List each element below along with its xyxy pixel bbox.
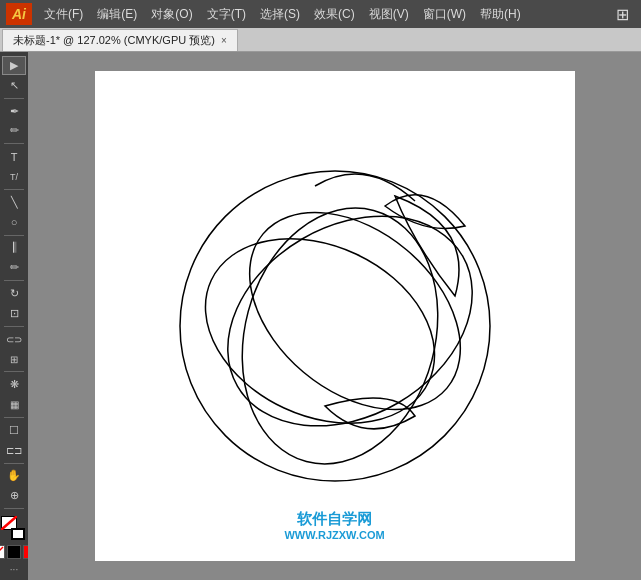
title-bar: Ai 文件(F) 编辑(E) 对象(O) 文字(T) 选择(S) 效果(C) 视… [0, 0, 641, 28]
select-tool[interactable]: ▶ [2, 56, 26, 75]
artwork [165, 136, 505, 496]
menu-type[interactable]: 文字(T) [201, 4, 252, 25]
app-logo: Ai [6, 3, 32, 25]
menu-bar: 文件(F) 编辑(E) 对象(O) 文字(T) 选择(S) 效果(C) 视图(V… [38, 3, 635, 26]
svg-point-5 [214, 186, 465, 486]
menu-view[interactable]: 视图(V) [363, 4, 415, 25]
tool-separator-10 [4, 508, 24, 509]
tool-separator-3 [4, 189, 24, 190]
document-tab[interactable]: 未标题-1* @ 127.02% (CMYK/GPU 预览) × [2, 29, 238, 51]
menu-edit[interactable]: 编辑(E) [91, 4, 143, 25]
tool-separator-8 [4, 417, 24, 418]
watermark-url: WWW.RJZXW.COM [284, 529, 384, 541]
type-tool[interactable]: T [2, 147, 26, 166]
more-tools-button[interactable]: ··· [2, 562, 26, 576]
direct-select-tool[interactable]: ↖ [2, 76, 26, 95]
artboard-tool[interactable]: ☐ [2, 421, 26, 440]
canvas-area[interactable]: 软件自学网 WWW.RJZXW.COM [28, 52, 641, 580]
warp-tool[interactable]: ⊂⊃ [2, 330, 26, 349]
symbol-sprayer-tool[interactable]: ❋ [2, 375, 26, 394]
tool-separator-7 [4, 371, 24, 372]
type-on-path-tool[interactable]: T/ [2, 167, 26, 186]
none-color-swatch[interactable] [0, 545, 5, 559]
watermark: 软件自学网 WWW.RJZXW.COM [284, 510, 384, 541]
svg-line-0 [1, 516, 17, 530]
svg-point-4 [175, 203, 464, 459]
tool-separator-2 [4, 143, 24, 144]
tool-separator-1 [4, 98, 24, 99]
free-transform-tool[interactable]: ⊞ [2, 350, 26, 369]
toolbar: ▶ ↖ ✒ ✏ T T/ ╲ ○ 𝄃 ✏ ↻ ⊡ ⊂⊃ ⊞ ❋ ▦ ☐ ⊏⊐ ✋… [0, 52, 28, 580]
column-graph-tool[interactable]: ▦ [2, 395, 26, 414]
black-color-swatch[interactable] [7, 545, 21, 559]
svg-line-1 [0, 547, 3, 557]
svg-point-2 [180, 171, 490, 481]
scale-tool[interactable]: ⊡ [2, 304, 26, 323]
tool-separator-9 [4, 463, 24, 464]
menu-object[interactable]: 对象(O) [145, 4, 198, 25]
anchor-tool[interactable]: ✏ [2, 121, 26, 140]
menu-window[interactable]: 窗口(W) [417, 4, 472, 25]
tab-bar: 未标题-1* @ 127.02% (CMYK/GPU 预览) × [0, 28, 641, 52]
tool-separator-4 [4, 235, 24, 236]
watermark-text: 软件自学网 [284, 510, 384, 529]
menu-select[interactable]: 选择(S) [254, 4, 306, 25]
brush-tool[interactable]: 𝄃 [2, 238, 26, 257]
workspace-toggle[interactable]: ⊞ [610, 3, 635, 26]
pencil-tool[interactable]: ✏ [2, 258, 26, 277]
tool-separator-5 [4, 280, 24, 281]
color-area: ··· [0, 514, 28, 576]
zoom-tool[interactable]: ⊕ [2, 486, 26, 505]
menu-file[interactable]: 文件(F) [38, 4, 89, 25]
fill-stroke-indicator[interactable] [1, 516, 27, 540]
hand-tool[interactable]: ✋ [2, 466, 26, 485]
ellipse-tool[interactable]: ○ [2, 213, 26, 232]
main-area: ▶ ↖ ✒ ✏ T T/ ╲ ○ 𝄃 ✏ ↻ ⊡ ⊂⊃ ⊞ ❋ ▦ ☐ ⊏⊐ ✋… [0, 52, 641, 580]
tab-label: 未标题-1* @ 127.02% (CMYK/GPU 预览) [13, 33, 215, 48]
menu-effect[interactable]: 效果(C) [308, 4, 361, 25]
canvas-paper: 软件自学网 WWW.RJZXW.COM [95, 71, 575, 561]
line-tool[interactable]: ╲ [2, 193, 26, 212]
slice-tool[interactable]: ⊏⊐ [2, 441, 26, 460]
pen-tool[interactable]: ✒ [2, 102, 26, 121]
tool-separator-6 [4, 326, 24, 327]
quick-colors [0, 545, 28, 559]
tab-close-button[interactable]: × [221, 35, 227, 46]
menu-help[interactable]: 帮助(H) [474, 4, 527, 25]
rotate-tool[interactable]: ↻ [2, 284, 26, 303]
